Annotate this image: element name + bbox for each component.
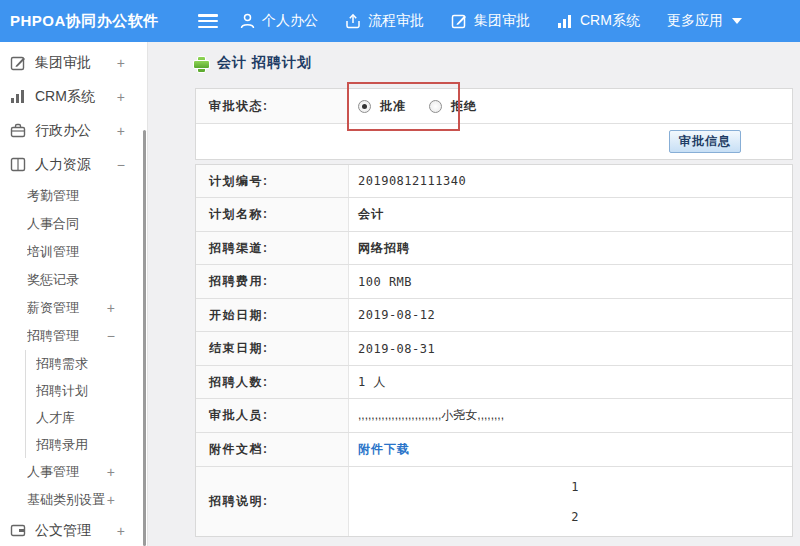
approval-button-row: 审批信息 [196,124,792,159]
nav-group-approval[interactable]: 集团审批 [451,12,530,30]
table-row: 招聘说明: 1 2 [196,467,792,536]
page: PHPOA协同办公软件 个人办公 流程审批 集团审批 [0,0,800,546]
sidebar-item-label: 人力资源 [35,156,117,174]
table-row: 计划名称: 会计 [196,198,792,232]
sidebar-item-label: 招聘计划 [36,382,147,400]
topbar: PHPOA协同办公软件 个人办公 流程审批 集团审批 [0,0,800,42]
nav-more-apps[interactable]: 更多应用 [667,12,742,30]
edit-square-icon [10,55,26,71]
sidebar-item-label: 人事合同 [27,215,147,233]
approval-radio-group: 批准 拒绝 [358,98,491,115]
sidebar-item-group-approval[interactable]: 集团审批 + [0,46,147,80]
field-label: 审批状态: [196,89,349,123]
sidebar-item-crm-system[interactable]: CRM系统 + [0,80,147,114]
nav-label: 集团审批 [474,12,530,30]
field-label: 附件文档: [196,433,349,466]
field-label: 招聘人数: [196,366,349,398]
plus-icon [193,56,208,71]
field-label: 计划编号: [196,165,349,197]
field-label: 招聘渠道: [196,232,349,264]
book-icon [10,157,26,173]
table-row: 审批人员: ,,,,,,,,,,,,,,,,,,,,,,,,,小尧女,,,,,,… [196,399,792,433]
sidebar-item-recruit-plan[interactable]: 招聘计划 [0,377,147,404]
table-row: 附件文档: 附件下载 [196,433,792,467]
sidebar-scrollbar[interactable] [143,130,146,546]
sidebar-item-label: 基础类别设置 [27,491,107,509]
page-title: 会计 招聘计划 [217,54,312,72]
sidebar-item-human-resources[interactable]: 人力资源 − [0,148,147,182]
document-icon [10,523,26,539]
sidebar-item-recruit-mgmt[interactable]: 招聘管理 − [0,322,147,350]
table-row: 计划编号: 20190812111340 [196,165,792,198]
approval-info-button[interactable]: 审批信息 [669,130,741,153]
nav-crm-system[interactable]: CRM系统 [557,12,640,30]
sidebar-item-label: CRM系统 [35,88,117,106]
field-label: 招聘费用: [196,265,349,298]
flow-export-icon [345,13,361,29]
table-row: 招聘费用: 100 RMB [196,265,792,299]
expand-toggle[interactable]: + [107,300,147,316]
field-label: 开始日期: [196,299,349,331]
sidebar-item-base-category-settings[interactable]: 基础类别设置 + [0,486,147,514]
topbar-nav: 个人办公 流程审批 集团审批 CRM系统 更多应用 [240,12,769,30]
expand-toggle[interactable]: + [117,55,147,71]
sidebar-item-hr-contract[interactable]: 人事合同 [0,210,147,238]
field-value-headcount: 1 人 [349,366,792,398]
user-icon [240,13,255,29]
table-row: 招聘人数: 1 人 [196,366,792,399]
sidebar-item-attendance-mgmt[interactable]: 考勤管理 [0,182,147,210]
radio-approve[interactable] [358,100,371,113]
radio-reject-label: 拒绝 [451,98,477,115]
sidebar-item-label: 招聘录用 [36,436,147,454]
field-value-recruit-cost: 100 RMB [349,265,792,298]
sidebar-item-talent-pool[interactable]: 人才库 [0,404,147,431]
sidebar-item-label: 公文管理 [35,522,117,540]
sidebar-item-document-mgmt[interactable]: 公文管理 + [0,514,147,546]
radio-approve-label: 批准 [380,98,406,115]
collapse-toggle[interactable]: − [107,328,147,344]
bar-chart-icon [557,14,573,29]
sidebar-item-personnel-mgmt[interactable]: 人事管理 + [0,458,147,486]
hamburger-menu-icon[interactable] [198,14,218,28]
main-content: 会计 招聘计划 审批状态: 批准 拒绝 审批信息 [149,42,800,546]
nav-workflow-approval[interactable]: 流程审批 [345,12,424,30]
bar-chart-icon [10,89,26,105]
sidebar-item-label: 集团审批 [35,54,117,72]
sidebar-item-admin-office[interactable]: 行政办公 + [0,114,147,148]
table-row: 招聘渠道: 网络招聘 [196,232,792,265]
sidebar-item-label: 行政办公 [35,122,117,140]
edit-square-icon [451,13,467,29]
sidebar-item-recruit-demand[interactable]: 招聘需求 [0,350,147,377]
sidebar-item-reward-punishment[interactable]: 奖惩记录 [0,266,147,294]
field-value-recruit-channel: 网络招聘 [349,232,792,264]
sidebar-item-label: 考勤管理 [27,187,147,205]
sidebar-item-salary-mgmt[interactable]: 薪资管理 + [0,294,147,322]
nav-label: CRM系统 [580,12,640,30]
expand-toggle[interactable]: + [117,89,147,105]
briefcase-icon [10,123,26,139]
field-value-plan-number: 20190812111340 [349,165,792,197]
caret-down-icon [732,18,742,24]
sidebar-item-training-mgmt[interactable]: 培训管理 [0,238,147,266]
field-label: 结束日期: [196,332,349,365]
attachment-download-link[interactable]: 附件下载 [358,441,410,458]
field-label: 计划名称: [196,198,349,231]
app-title: PHPOA协同办公软件 [0,12,185,31]
field-value-start-date: 2019-08-12 [349,299,792,331]
sidebar-item-label: 薪资管理 [27,299,107,317]
expand-toggle[interactable]: + [107,464,147,480]
field-value-approvers: ,,,,,,,,,,,,,,,,,,,,,,,,,小尧女,,,,,,,, [349,399,792,432]
field-value-plan-name: 会计 [349,198,792,231]
sidebar-item-label: 招聘管理 [27,327,107,345]
sidebar-item-recruit-hire[interactable]: 招聘录用 [0,431,147,458]
nav-label: 更多应用 [667,12,723,30]
field-label: 审批人员: [196,399,349,432]
nav-personal-office[interactable]: 个人办公 [240,12,318,30]
approval-status-row: 审批状态: 批准 拒绝 [196,89,792,124]
table-row: 结束日期: 2019-08-31 [196,332,792,366]
sidebar-item-label: 人才库 [36,409,147,427]
recruit-plan-detail-table: 计划编号: 20190812111340 计划名称: 会计 招聘渠道: 网络招聘… [195,164,793,537]
radio-reject[interactable] [429,100,442,113]
field-label: 招聘说明: [196,467,349,536]
expand-toggle[interactable]: + [107,492,147,508]
